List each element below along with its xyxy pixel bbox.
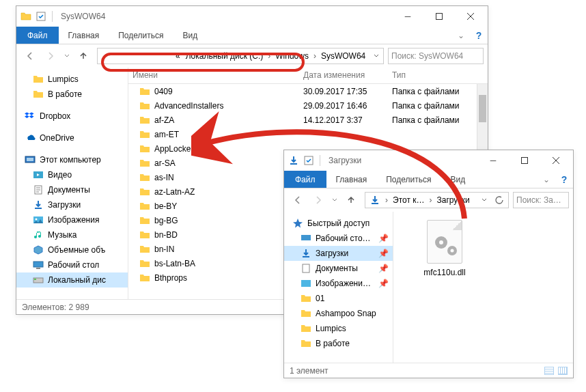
minimize-button[interactable]: ─ — [477, 150, 509, 171]
pc-icon — [25, 154, 36, 165]
tree-item-dropbox[interactable]: Dropbox — [16, 109, 128, 124]
search-input[interactable]: Поиск: SysWOW64 — [388, 48, 484, 64]
svg-rect-8 — [33, 262, 43, 267]
tree-quick-access[interactable]: Быстрый доступ — [284, 216, 393, 231]
ribbon-expand[interactable]: ⌄ — [452, 27, 470, 44]
addr-dropdown[interactable] — [477, 192, 492, 208]
tree-item[interactable]: Изображени…📌 — [284, 276, 393, 291]
explorer-window-downloads: Загрузки ─ Файл Главная Поделиться Вид ⌄… — [283, 150, 574, 378]
table-row[interactable]: AdvancedInstallers29.09.2017 16:46Папка … — [128, 98, 488, 113]
tree-item[interactable]: Документы — [16, 182, 128, 197]
tree-item[interactable]: В работе — [284, 336, 393, 351]
video-icon — [33, 169, 44, 180]
forward-button[interactable] — [309, 192, 328, 208]
forward-button[interactable] — [41, 48, 60, 64]
save-quick-icon — [36, 11, 46, 22]
tab-view[interactable]: Вид — [441, 171, 475, 188]
download-icon — [33, 199, 44, 210]
tree-item[interactable]: Lumpics — [16, 72, 128, 87]
tree-item-this-pc[interactable]: Этот компьютер — [16, 152, 128, 167]
search-input[interactable]: Поиск: За… — [513, 192, 569, 208]
tree-item[interactable]: Рабочий сто…📌 — [284, 231, 393, 246]
tree-item[interactable]: 01 — [284, 291, 393, 306]
tree-item[interactable]: Ashampoo Snap — [284, 306, 393, 321]
star-icon — [292, 218, 303, 229]
scroll-thumb[interactable] — [479, 95, 486, 122]
titlebar: SysWOW64 ─ — [16, 6, 488, 27]
tab-view[interactable]: Вид — [173, 27, 207, 44]
tree-item[interactable]: Lumpics — [284, 321, 393, 336]
svg-point-20 — [451, 249, 454, 253]
pin-icon: 📌 — [378, 279, 389, 288]
addr-dropdown[interactable] — [368, 48, 384, 64]
pin-icon: 📌 — [378, 249, 389, 258]
pin-icon: 📌 — [378, 264, 389, 273]
col-type[interactable]: Тип — [388, 68, 488, 83]
close-button[interactable] — [540, 150, 572, 171]
tab-file[interactable]: Файл — [16, 27, 59, 44]
window-title: SysWOW64 — [61, 12, 105, 21]
history-dropdown[interactable] — [61, 48, 72, 64]
tab-share[interactable]: Поделиться — [376, 171, 441, 188]
maximize-button[interactable] — [509, 150, 540, 171]
addr-overflow: « — [99, 51, 183, 61]
refresh-button[interactable] — [492, 192, 507, 208]
tree-item[interactable]: В работе — [16, 87, 128, 102]
table-row[interactable]: 040930.09.2017 17:35Папка с файлами — [128, 84, 488, 98]
addr-seg-disk[interactable]: Локальный диск (C:) — [183, 51, 266, 61]
tree-item-downloads[interactable]: Загрузки📌 — [284, 246, 393, 261]
svg-rect-3 — [27, 158, 33, 161]
desktop-icon — [301, 233, 311, 244]
svg-point-18 — [439, 240, 443, 244]
doc-icon — [33, 184, 44, 195]
file-item-dll[interactable]: mfc110u.dll — [414, 220, 475, 277]
tree-item[interactable]: Рабочий стол — [16, 257, 128, 272]
tab-share[interactable]: Поделиться — [109, 27, 173, 44]
up-button[interactable] — [341, 192, 361, 208]
close-button[interactable] — [455, 6, 486, 27]
up-button[interactable] — [74, 48, 93, 64]
back-button[interactable] — [288, 192, 307, 208]
addr-seg-syswow64[interactable]: SysWOW64 — [318, 51, 368, 61]
tree-item[interactable]: Видео — [16, 167, 128, 182]
help-button[interactable]: ? — [470, 27, 488, 44]
svg-rect-13 — [522, 158, 528, 164]
svg-point-7 — [36, 219, 38, 221]
disk-icon — [33, 275, 44, 285]
tab-home[interactable]: Главная — [59, 27, 109, 44]
back-button[interactable] — [20, 48, 40, 64]
view-icons-button[interactable] — [558, 367, 568, 375]
minimize-button[interactable]: ─ — [392, 6, 423, 27]
desktop-icon — [33, 260, 44, 270]
tree-item[interactable]: Изображения — [16, 212, 128, 227]
file-list-area[interactable]: mfc110u.dll — [393, 212, 573, 363]
tree-item-local-disk[interactable]: Локальный дис — [16, 272, 128, 288]
history-dropdown[interactable] — [329, 192, 340, 208]
tree-item-onedrive[interactable]: OneDrive — [16, 130, 128, 145]
ribbon-expand[interactable]: ⌄ — [538, 171, 555, 188]
chevron-right-icon: › — [313, 51, 316, 61]
dll-icon — [427, 220, 462, 264]
music-icon — [33, 229, 44, 240]
table-row[interactable]: am-ET — [128, 127, 488, 141]
tree-item[interactable]: Объемные объ — [16, 242, 128, 257]
download-icon — [288, 155, 299, 166]
tree-item[interactable]: Документы📌 — [284, 261, 393, 276]
col-name[interactable]: Имени — [128, 68, 299, 83]
tab-home[interactable]: Главная — [326, 171, 377, 188]
ribbon-tabs: Файл Главная Поделиться Вид ⌄ ? — [16, 27, 488, 44]
help-button[interactable]: ? — [555, 171, 573, 188]
svg-rect-1 — [436, 14, 443, 20]
tree-item[interactable]: Музыка — [16, 227, 128, 242]
maximize-button[interactable] — [423, 6, 455, 27]
tab-file[interactable]: Файл — [284, 171, 326, 188]
view-details-button[interactable] — [544, 367, 554, 375]
table-row[interactable]: af-ZA14.12.2017 3:37Папка с файлами — [128, 113, 488, 127]
address-bar[interactable]: › Этот к…› Загрузки — [365, 192, 509, 208]
addr-seg-windows[interactable]: Windows — [273, 51, 311, 61]
col-date[interactable]: Дата изменения — [299, 68, 388, 83]
tree-item[interactable]: Загрузки — [16, 197, 128, 212]
svg-rect-16 — [301, 280, 311, 287]
address-bar[interactable]: « Локальный диск (C:)› Windows› SysWOW64 — [97, 48, 384, 64]
chevron-right-icon: › — [268, 51, 270, 61]
